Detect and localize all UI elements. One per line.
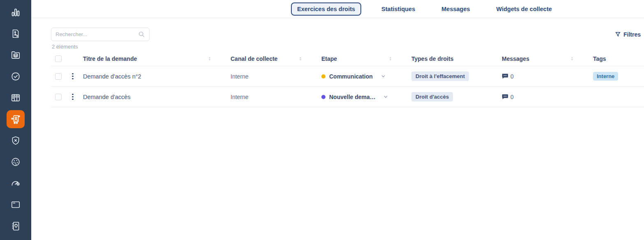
- search-icon: [138, 31, 145, 38]
- tag-badge: Interne: [593, 72, 618, 81]
- row-checkbox[interactable]: [55, 73, 62, 80]
- search-input[interactable]: [55, 31, 138, 37]
- row-checkbox-cell: [51, 73, 69, 80]
- row-menu-kebab-icon[interactable]: [69, 72, 76, 81]
- row-kebab-cell: [69, 92, 83, 102]
- column-label: Etape: [321, 55, 337, 62]
- tags-cell: Interne: [593, 72, 644, 81]
- tab-messages[interactable]: Messages: [435, 2, 476, 16]
- column-header-etape: Etape: [321, 55, 411, 62]
- tab-exercices-des-droits[interactable]: Exercices des droits: [291, 2, 361, 16]
- folder-database-icon: [10, 50, 21, 60]
- column-header-titre: Titre de la demande: [83, 55, 231, 62]
- sort-icon[interactable]: [298, 56, 303, 62]
- etape-label: Nouvelle dema…: [329, 94, 375, 100]
- top-tab-bar: Exercices des droits Statistiques Messag…: [31, 0, 644, 18]
- table-header-row: Titre de la demande Canal de collecte Et…: [51, 51, 644, 66]
- window-icon: [10, 199, 21, 210]
- search-box: [51, 28, 150, 41]
- table-row[interactable]: Demande d'accès n°2 Interne Communicatio…: [51, 66, 644, 87]
- sidebar-item-breaches[interactable]: [7, 132, 25, 150]
- column-label: Messages: [502, 55, 529, 62]
- tab-statistiques[interactable]: Statistiques: [375, 2, 421, 16]
- sort-icon[interactable]: [388, 56, 393, 62]
- sidebar-item-risk[interactable]: [7, 174, 25, 192]
- items-count: 2 éléments: [52, 44, 644, 50]
- select-all-checkbox[interactable]: [55, 55, 62, 62]
- rights-request-icon: [10, 113, 21, 125]
- column-header-tags: Tags: [593, 55, 644, 62]
- sidebar-item-register[interactable]: [7, 25, 25, 43]
- sort-icon[interactable]: [569, 56, 575, 62]
- bar-chart-icon: [10, 7, 21, 18]
- gauge-icon: [10, 178, 21, 189]
- kanban-icon: [10, 92, 21, 103]
- etape-label: Communication: [329, 73, 373, 80]
- request-canal: Interne: [231, 73, 321, 80]
- sidebar-item-sites[interactable]: [7, 196, 25, 214]
- shield-x-icon: [10, 135, 21, 146]
- sidebar-item-analytics[interactable]: [7, 3, 25, 21]
- row-kebab-cell: [69, 72, 83, 81]
- column-label: Tags: [593, 55, 606, 62]
- messages-cell: 0: [502, 94, 593, 100]
- sort-icon[interactable]: [207, 56, 212, 62]
- sidebar-item-cookies[interactable]: [7, 153, 25, 171]
- right-type-badge: Droit d'accès: [411, 92, 453, 102]
- cookie-icon: [10, 157, 21, 167]
- requests-table: Titre de la demande Canal de collecte Et…: [51, 51, 644, 107]
- request-title: Demande d'accès: [83, 94, 231, 100]
- etape-status-dot: [321, 74, 325, 78]
- filter-funnel-icon: [615, 31, 621, 37]
- request-title: Demande d'accès n°2: [83, 73, 231, 80]
- toolbar: Filtres: [51, 28, 641, 41]
- chevron-down-icon: [381, 74, 386, 79]
- notebook-pin-icon: [10, 221, 21, 231]
- sidebar-item-board[interactable]: [7, 89, 25, 107]
- column-header-types-droits: Types de droits: [411, 55, 502, 62]
- tab-widgets-de-collecte[interactable]: Widgets de collecte: [490, 2, 558, 16]
- message-bubble-icon: [502, 73, 508, 79]
- etape-dropdown[interactable]: Nouvelle dema…: [321, 94, 411, 100]
- sidebar-item-data[interactable]: [7, 46, 25, 64]
- row-checkbox[interactable]: [55, 94, 62, 100]
- column-label: Types de droits: [411, 55, 453, 62]
- check-badge-icon: [10, 71, 21, 82]
- etape-dropdown[interactable]: Communication: [321, 73, 411, 80]
- sidebar-item-rights-requests[interactable]: [7, 110, 25, 128]
- row-menu-kebab-icon[interactable]: [69, 92, 76, 102]
- request-type-cell: Droit à l'effacement: [411, 72, 502, 81]
- header-checkbox-cell: [51, 55, 69, 62]
- column-label: Canal de collecte: [231, 55, 277, 62]
- document-flow-icon: [10, 28, 21, 39]
- chevron-down-icon: [383, 94, 388, 99]
- messages-count: 0: [510, 73, 514, 80]
- messages-count: 0: [510, 94, 514, 100]
- column-header-canal: Canal de collecte: [231, 55, 321, 62]
- main-content: Exercices des droits Statistiques Messag…: [31, 0, 644, 240]
- column-header-messages: Messages: [502, 55, 593, 62]
- request-type-cell: Droit d'accès: [411, 92, 502, 102]
- filters-button[interactable]: Filtres: [615, 31, 641, 38]
- request-canal: Interne: [231, 94, 321, 100]
- filters-label: Filtres: [623, 31, 641, 38]
- row-checkbox-cell: [51, 94, 69, 100]
- table-row[interactable]: Demande d'accès Interne Nouvelle dema… D…: [51, 87, 644, 107]
- messages-cell: 0: [502, 73, 593, 80]
- column-label: Titre de la demande: [83, 55, 137, 62]
- right-type-badge: Droit à l'effacement: [411, 72, 469, 81]
- app-window: Exercices des droits Statistiques Messag…: [0, 0, 644, 240]
- sidebar-item-directory[interactable]: [7, 217, 25, 235]
- sidebar-item-tasks[interactable]: [7, 67, 25, 85]
- message-bubble-icon: [502, 94, 508, 100]
- etape-status-dot: [321, 95, 325, 99]
- sidebar: [0, 0, 31, 240]
